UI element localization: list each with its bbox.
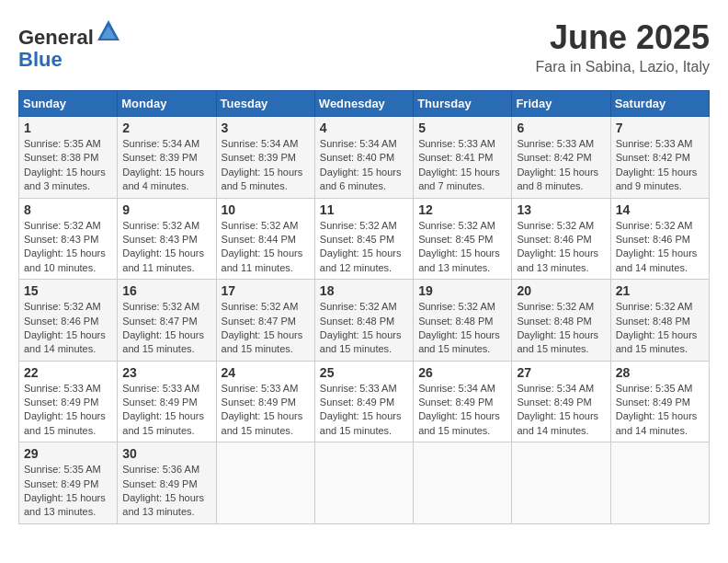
day-info: Sunrise: 5:34 AMSunset: 8:49 PMDaylight:…: [418, 382, 506, 439]
logo-general-text: General: [18, 26, 94, 49]
title-block: June 2025 Fara in Sabina, Lazio, Italy: [536, 18, 710, 75]
day-number: 25: [320, 365, 408, 380]
calendar-subtitle: Fara in Sabina, Lazio, Italy: [536, 59, 710, 75]
day-info: Sunrise: 5:33 AMSunset: 8:42 PMDaylight:…: [616, 137, 704, 194]
day-info: Sunrise: 5:35 AMSunset: 8:49 PMDaylight:…: [24, 463, 112, 520]
table-row: 5Sunrise: 5:33 AMSunset: 8:41 PMDaylight…: [414, 117, 512, 199]
day-number: 8: [24, 202, 112, 217]
day-info: Sunrise: 5:32 AMSunset: 8:46 PMDaylight:…: [517, 219, 605, 276]
table-row: 18Sunrise: 5:32 AMSunset: 8:48 PMDayligh…: [314, 280, 413, 362]
table-row: 1Sunrise: 5:35 AMSunset: 8:38 PMDaylight…: [19, 117, 118, 199]
day-info: Sunrise: 5:32 AMSunset: 8:46 PMDaylight:…: [24, 300, 112, 357]
table-row: 19Sunrise: 5:32 AMSunset: 8:48 PMDayligh…: [414, 280, 512, 362]
col-friday: Friday: [512, 91, 610, 117]
day-info: Sunrise: 5:34 AMSunset: 8:40 PMDaylight:…: [320, 137, 408, 194]
table-row: [314, 442, 413, 524]
day-number: 10: [222, 202, 310, 217]
day-number: 7: [616, 121, 704, 135]
day-info: Sunrise: 5:32 AMSunset: 8:45 PMDaylight:…: [320, 219, 408, 276]
table-row: 10Sunrise: 5:32 AMSunset: 8:44 PMDayligh…: [216, 198, 314, 280]
day-info: Sunrise: 5:32 AMSunset: 8:48 PMDaylight:…: [517, 300, 605, 357]
day-number: 27: [517, 365, 605, 380]
day-number: 2: [122, 121, 210, 135]
day-info: Sunrise: 5:34 AMSunset: 8:39 PMDaylight:…: [122, 137, 210, 194]
day-info: Sunrise: 5:32 AMSunset: 8:43 PMDaylight:…: [24, 219, 112, 276]
table-row: 30Sunrise: 5:36 AMSunset: 8:49 PMDayligh…: [118, 442, 216, 524]
day-info: Sunrise: 5:32 AMSunset: 8:48 PMDaylight:…: [616, 300, 704, 357]
day-number: 14: [616, 202, 704, 217]
table-row: 23Sunrise: 5:33 AMSunset: 8:49 PMDayligh…: [118, 361, 216, 442]
calendar-week-row: 22Sunrise: 5:33 AMSunset: 8:49 PMDayligh…: [19, 361, 710, 442]
logo-icon: [96, 18, 121, 44]
calendar-header-row: Sunday Monday Tuesday Wednesday Thursday…: [19, 91, 710, 117]
table-row: [512, 442, 610, 524]
day-number: 9: [122, 202, 210, 217]
day-info: Sunrise: 5:34 AMSunset: 8:39 PMDaylight:…: [222, 137, 310, 194]
table-row: 16Sunrise: 5:32 AMSunset: 8:47 PMDayligh…: [118, 280, 216, 362]
table-row: 21Sunrise: 5:32 AMSunset: 8:48 PMDayligh…: [610, 280, 709, 362]
table-row: 28Sunrise: 5:35 AMSunset: 8:49 PMDayligh…: [610, 361, 709, 442]
calendar-week-row: 29Sunrise: 5:35 AMSunset: 8:49 PMDayligh…: [19, 442, 710, 524]
day-number: 17: [222, 283, 310, 298]
calendar-week-row: 1Sunrise: 5:35 AMSunset: 8:38 PMDaylight…: [19, 117, 710, 199]
day-number: 29: [24, 446, 112, 461]
day-number: 30: [122, 446, 210, 461]
day-info: Sunrise: 5:32 AMSunset: 8:44 PMDaylight:…: [222, 219, 310, 276]
day-number: 28: [616, 365, 704, 380]
table-row: 27Sunrise: 5:34 AMSunset: 8:49 PMDayligh…: [512, 361, 610, 442]
calendar-title: June 2025: [536, 18, 710, 57]
day-info: Sunrise: 5:32 AMSunset: 8:43 PMDaylight:…: [122, 219, 210, 276]
day-info: Sunrise: 5:34 AMSunset: 8:49 PMDaylight:…: [517, 382, 605, 439]
day-info: Sunrise: 5:33 AMSunset: 8:41 PMDaylight:…: [418, 137, 506, 194]
day-info: Sunrise: 5:33 AMSunset: 8:49 PMDaylight:…: [320, 382, 408, 439]
day-number: 4: [320, 121, 408, 135]
day-number: 5: [418, 121, 506, 135]
day-info: Sunrise: 5:32 AMSunset: 8:47 PMDaylight:…: [222, 300, 310, 357]
day-info: Sunrise: 5:33 AMSunset: 8:49 PMDaylight:…: [222, 382, 310, 439]
table-row: 25Sunrise: 5:33 AMSunset: 8:49 PMDayligh…: [314, 361, 413, 442]
day-info: Sunrise: 5:32 AMSunset: 8:46 PMDaylight:…: [616, 219, 704, 276]
table-row: 15Sunrise: 5:32 AMSunset: 8:46 PMDayligh…: [19, 280, 118, 362]
day-number: 19: [418, 283, 506, 298]
day-number: 21: [616, 283, 704, 298]
table-row: 3Sunrise: 5:34 AMSunset: 8:39 PMDaylight…: [216, 117, 314, 199]
day-number: 20: [517, 283, 605, 298]
table-row: [610, 442, 709, 524]
logo: General Blue: [18, 18, 121, 71]
day-info: Sunrise: 5:33 AMSunset: 8:49 PMDaylight:…: [122, 382, 210, 439]
table-row: [414, 442, 512, 524]
day-info: Sunrise: 5:32 AMSunset: 8:48 PMDaylight:…: [418, 300, 506, 357]
col-saturday: Saturday: [610, 91, 709, 117]
table-row: 26Sunrise: 5:34 AMSunset: 8:49 PMDayligh…: [414, 361, 512, 442]
day-info: Sunrise: 5:32 AMSunset: 8:47 PMDaylight:…: [122, 300, 210, 357]
day-info: Sunrise: 5:35 AMSunset: 8:49 PMDaylight:…: [616, 382, 704, 439]
page-header: General Blue June 2025 Fara in Sabina, L…: [18, 18, 710, 75]
table-row: 4Sunrise: 5:34 AMSunset: 8:40 PMDaylight…: [314, 117, 413, 199]
day-number: 23: [122, 365, 210, 380]
day-number: 22: [24, 365, 112, 380]
day-info: Sunrise: 5:32 AMSunset: 8:45 PMDaylight:…: [418, 219, 506, 276]
day-number: 15: [24, 283, 112, 298]
calendar-week-row: 8Sunrise: 5:32 AMSunset: 8:43 PMDaylight…: [19, 198, 710, 280]
day-number: 1: [24, 121, 112, 135]
table-row: 22Sunrise: 5:33 AMSunset: 8:49 PMDayligh…: [19, 361, 118, 442]
day-number: 26: [418, 365, 506, 380]
day-number: 16: [122, 283, 210, 298]
col-monday: Monday: [118, 91, 216, 117]
table-row: 2Sunrise: 5:34 AMSunset: 8:39 PMDaylight…: [118, 117, 216, 199]
day-info: Sunrise: 5:33 AMSunset: 8:49 PMDaylight:…: [24, 382, 112, 439]
table-row: 8Sunrise: 5:32 AMSunset: 8:43 PMDaylight…: [19, 198, 118, 280]
table-row: 29Sunrise: 5:35 AMSunset: 8:49 PMDayligh…: [19, 442, 118, 524]
day-number: 3: [222, 121, 310, 135]
col-wednesday: Wednesday: [314, 91, 413, 117]
col-thursday: Thursday: [414, 91, 512, 117]
day-number: 6: [517, 121, 605, 135]
calendar-week-row: 15Sunrise: 5:32 AMSunset: 8:46 PMDayligh…: [19, 280, 710, 362]
col-tuesday: Tuesday: [216, 91, 314, 117]
logo-blue-text: Blue: [18, 48, 63, 71]
day-number: 13: [517, 202, 605, 217]
day-info: Sunrise: 5:32 AMSunset: 8:48 PMDaylight:…: [320, 300, 408, 357]
table-row: 17Sunrise: 5:32 AMSunset: 8:47 PMDayligh…: [216, 280, 314, 362]
table-row: 6Sunrise: 5:33 AMSunset: 8:42 PMDaylight…: [512, 117, 610, 199]
table-row: [216, 442, 314, 524]
